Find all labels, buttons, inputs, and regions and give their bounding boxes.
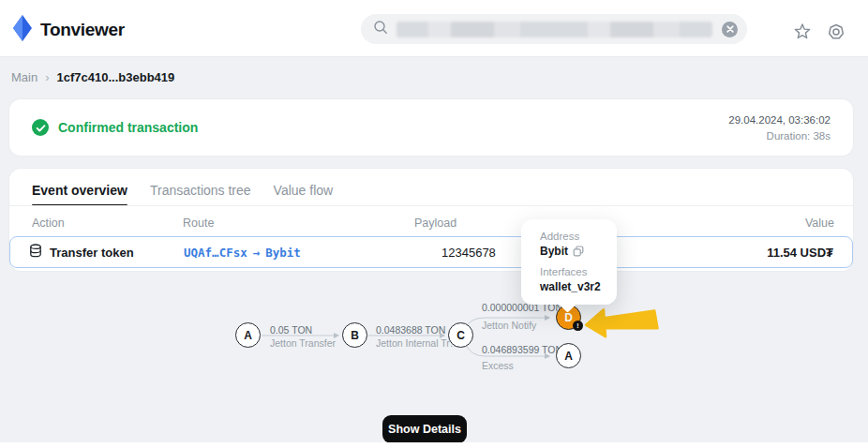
edge-amount: 0.05 TON	[270, 324, 312, 336]
tab-event-overview[interactable]: Event overview	[32, 183, 127, 205]
edge-action: Jetton Notify	[482, 320, 536, 331]
tooltip-interfaces-value: wallet_v3r2	[540, 279, 601, 294]
timestamp: 29.04.2024, 03:36:02	[728, 112, 831, 128]
node-label: B	[351, 329, 359, 342]
tonviewer-app: Tonviewer	[0, 0, 868, 448]
graph-node-c[interactable]: C	[448, 322, 473, 348]
node-label: C	[456, 329, 465, 342]
breadcrumb: Main › 1cf7c410...b3ebb419	[11, 70, 174, 84]
column-action: Action	[32, 217, 65, 230]
token-coins-icon	[29, 244, 42, 261]
divider	[9, 205, 853, 206]
search-icon	[373, 20, 388, 38]
breadcrumb-main-link[interactable]: Main	[11, 70, 37, 84]
check-circle-icon	[32, 119, 49, 136]
ton-diamond-icon	[13, 15, 32, 45]
duration: Duration: 38s	[728, 128, 831, 144]
table-header: Action Route Payload Value	[9, 217, 853, 231]
circle-x-icon	[726, 25, 734, 33]
search-input[interactable]	[361, 14, 747, 44]
clear-search-button[interactable]	[722, 22, 738, 37]
route-to-link[interactable]: Bybit	[265, 246, 301, 260]
tooltip-address-label: Address	[540, 230, 609, 244]
route-cell: UQAf…CFsx → Bybit	[184, 237, 301, 267]
top-header: Tonviewer	[0, 0, 868, 57]
tab-bar: Event overview Transactions tree Value f…	[32, 183, 333, 205]
node-label: A	[244, 329, 252, 342]
tab-value-flow[interactable]: Value flow	[274, 183, 334, 205]
search-query-redacted	[397, 22, 712, 37]
graph-node-a2[interactable]: A	[556, 343, 581, 368]
graph-node-a1[interactable]: A	[235, 322, 261, 348]
chevron-right-icon: ›	[45, 70, 49, 84]
route-from-link[interactable]: UQAf…CFsx	[184, 246, 247, 260]
edge-amount: 0.046893599 TON	[482, 344, 562, 355]
yellow-highlight-arrow-icon	[584, 306, 659, 343]
edge-action: Excess	[482, 360, 514, 371]
breadcrumb-current-tx: 1cf7c410...b3ebb419	[57, 70, 175, 84]
edge-action: Jetton Transfer	[270, 337, 336, 349]
status-label: Confirmed transaction	[58, 120, 198, 135]
action-label: Transfer token	[50, 246, 134, 260]
settings-icon	[828, 23, 845, 44]
favorites-button[interactable]	[793, 24, 812, 43]
status-row: Confirmed transaction	[32, 119, 198, 136]
brand-logo[interactable]: Tonviewer	[13, 15, 125, 45]
tooltip-address-value: Bybit	[540, 244, 568, 259]
graph-node-b[interactable]: B	[342, 322, 367, 348]
column-route: Route	[183, 217, 214, 230]
brand-name: Tonviewer	[40, 20, 125, 40]
status-meta: 29.04.2024, 03:36:02 Duration: 38s	[728, 112, 831, 144]
payload-value: 12345678	[441, 237, 496, 267]
column-value: Value	[805, 217, 834, 230]
edge-action: Jetton Internal Tr…	[376, 337, 459, 349]
node-label: D	[564, 311, 573, 324]
show-details-label: Show Details	[388, 423, 461, 436]
value-amount: 11.54 USD₮	[767, 237, 833, 267]
page-bottom-strip	[0, 442, 868, 448]
show-details-button[interactable]: Show Details	[382, 415, 467, 443]
edge-amount: 0.0483688 TON	[376, 324, 445, 336]
tooltip-interfaces-label: Interfaces	[540, 265, 609, 279]
node-label: A	[564, 350, 573, 363]
event-overview-card: Event overview Transactions tree Value f…	[9, 169, 853, 271]
table-row[interactable]: Transfer token UQAf…CFsx → Bybit 1234567…	[9, 236, 853, 268]
column-payload: Payload	[414, 217, 456, 230]
settings-button[interactable]	[827, 24, 846, 43]
route-arrow: →	[253, 246, 261, 260]
action-cell: Transfer token	[29, 237, 134, 267]
transaction-status-card: Confirmed transaction 29.04.2024, 03:36:…	[9, 99, 853, 156]
tab-transactions-tree[interactable]: Transactions tree	[150, 183, 251, 205]
star-icon	[794, 23, 811, 44]
address-tooltip: Address Bybit Interfaces wallet_v3r2	[521, 219, 617, 305]
copy-icon[interactable]	[573, 246, 584, 257]
warning-badge-icon: !	[573, 321, 583, 331]
